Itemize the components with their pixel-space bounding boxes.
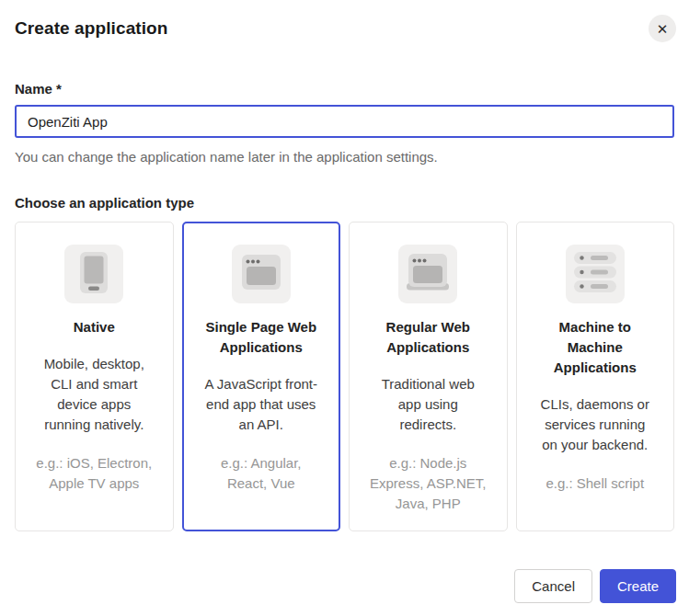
- dialog-header: Create application ✕: [0, 0, 689, 42]
- dialog-title: Create application: [15, 18, 168, 39]
- dialog-footer: Cancel Create: [514, 569, 676, 603]
- name-helper-text: You can change the application name late…: [15, 149, 674, 165]
- type-examples: e.g.: Node.js Express, ASP.NET, Java, PH…: [367, 453, 488, 514]
- application-form: Name * You can change the application na…: [0, 81, 689, 211]
- cancel-button[interactable]: Cancel: [514, 569, 592, 603]
- name-label: Name *: [15, 81, 674, 97]
- icon-tile: [64, 245, 123, 303]
- type-examples: e.g.: Angular, React, Vue: [201, 453, 322, 494]
- create-button[interactable]: Create: [600, 569, 676, 603]
- type-title: Regular Web Applications: [369, 317, 487, 358]
- type-examples: e.g.: iOS, Electron, Apple TV apps: [33, 453, 155, 494]
- type-description: CLIs, daemons or services running on you…: [535, 394, 655, 455]
- application-type-grid: Native Mobile, desktop, CLI and smart de…: [0, 222, 689, 531]
- close-button[interactable]: ✕: [649, 15, 676, 42]
- type-card-m2m[interactable]: Machine to Machine Applications CLIs, da…: [516, 222, 675, 531]
- type-description: Traditional web app using redirects.: [368, 374, 488, 435]
- browser-window-icon: [232, 243, 291, 305]
- type-title: Single Page Web Applications: [202, 317, 320, 358]
- create-application-dialog: Create application ✕ Name * You can chan…: [0, 0, 689, 616]
- icon-tile: [566, 245, 625, 303]
- type-description: A JavaScript front-end app that uses an …: [201, 374, 321, 435]
- application-name-input[interactable]: [15, 105, 674, 138]
- browser-server-icon: [398, 243, 457, 305]
- close-icon: ✕: [657, 22, 669, 36]
- type-card-regular-web[interactable]: Regular Web Applications Traditional web…: [349, 222, 508, 531]
- icon-tile: [398, 245, 457, 303]
- icon-tile: [232, 245, 291, 303]
- type-description: Mobile, desktop, CLI and smart device ap…: [34, 354, 154, 435]
- type-card-native[interactable]: Native Mobile, desktop, CLI and smart de…: [15, 222, 174, 531]
- type-title: Machine to Machine Applications: [536, 317, 654, 378]
- type-card-spa[interactable]: Single Page Web Applications A JavaScrip…: [182, 222, 341, 531]
- type-examples: e.g.: Shell script: [534, 473, 656, 494]
- application-type-label: Choose an application type: [15, 195, 674, 211]
- phone-icon: [64, 243, 123, 305]
- type-title: Native: [35, 317, 153, 337]
- server-rack-icon: [566, 243, 625, 305]
